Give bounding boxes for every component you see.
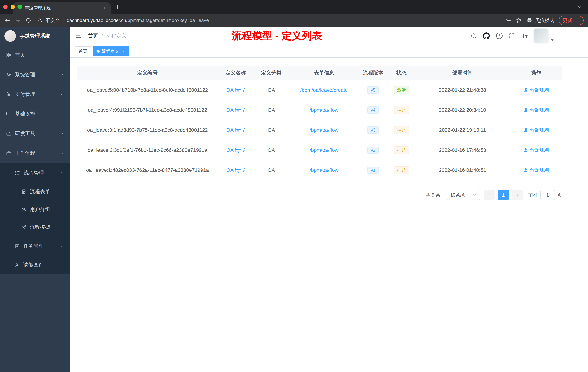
chevron-down-icon [60,72,64,77]
user-avatar-menu[interactable] [534,29,554,43]
sidebar-item-infrastructure[interactable]: 基础设施 [0,104,70,124]
dashboard-icon [6,52,12,58]
assign-rule-link[interactable]: 分配规则 [524,87,549,93]
page-size-select[interactable]: 10条/页 [447,190,480,200]
update-label: 更新 [563,17,572,24]
fullscreen-icon[interactable] [509,33,515,39]
definition-category: OA [253,140,289,160]
assign-rule-link[interactable]: 分配规则 [524,107,549,113]
url-domain: dashboard.yudao.iocoder.cn [67,18,126,23]
definition-name-link[interactable]: OA 请假 [226,87,245,93]
sidebar-item-system[interactable]: 系统管理 [0,65,70,85]
tag-close-icon[interactable] [121,49,126,53]
assign-rule-link[interactable]: 分配规则 [524,127,549,133]
goto-page-input[interactable] [540,190,555,200]
sidebar-item-process-management[interactable]: 流程管理 [0,163,70,183]
form-link[interactable]: /bpm/oa/flow [310,147,338,153]
column-header: 状态 [388,66,415,80]
column-header: 定义名称 [218,66,253,80]
assign-rule-link[interactable]: 分配规则 [524,147,549,153]
sidebar-item-label: 流程模型 [30,224,50,231]
url-text: dashboard.yudao.iocoder.cn/bpm/manager/d… [67,18,209,23]
chrome-update-menu-button[interactable]: 更新 [558,16,584,25]
font-size-icon[interactable] [521,33,528,39]
zoom-window-button[interactable] [18,5,22,9]
chevron-right-icon [515,193,520,197]
form-link[interactable]: /bpm/oa/flow [310,127,338,133]
breadcrumb-home[interactable]: 首页 [88,33,98,39]
form-link[interactable]: /bpm/oa/flow [310,107,338,113]
version-badge: v2 [368,146,378,154]
new-tab-button[interactable] [115,4,120,10]
sidebar-item-label: 基础设施 [15,110,35,117]
table-row: oa_leave:5:004b710b-7b8a-11ec-8ef0-acde4… [77,80,562,100]
definition-name-link[interactable]: OA 请假 [226,107,245,113]
chevron-down-icon [472,193,477,197]
table-row: oa_leave:1:482ec033-762a-11ec-8477-a2380… [77,160,562,180]
prev-page-button[interactable] [484,190,494,200]
chevron-down-icon [60,131,64,136]
sidebar-item-workflow[interactable]: 工作流程 [0,143,70,163]
sidebar-item-devtools[interactable]: 研发工具 [0,124,70,143]
close-window-button[interactable] [3,5,8,9]
definition-name-link[interactable]: OA 请假 [226,127,245,133]
sidebar-item-payment[interactable]: 支付管理 [0,85,70,104]
github-icon[interactable] [483,33,490,39]
definition-category: OA [253,120,289,140]
definition-name-link[interactable]: OA 请假 [226,147,245,153]
assign-rule-link[interactable]: 分配规则 [524,167,549,173]
tag-home[interactable]: 首页 [75,46,91,56]
column-header: 操作 [510,66,562,80]
user-icon [15,262,20,268]
table-header-row: 定义编号 定义名称 定义分类 表单信息 流程版本 状态 部署时间 操作 [77,66,562,80]
browser-toolbar: 不安全 | dashboard.yudao.iocoder.cn/bpm/man… [0,14,588,27]
forward-icon[interactable] [15,17,21,23]
address-bar[interactable]: 不安全 | dashboard.yudao.iocoder.cn/bpm/man… [36,17,501,24]
sidebar-item-home[interactable]: 首页 [0,45,70,65]
chevron-left-icon [487,193,492,197]
password-key-icon[interactable] [505,17,511,23]
table-row: oa_leave:4:991f2193-7b7f-11ec-a3c8-acde4… [77,100,562,120]
sidebar-item-task-management[interactable]: 任务管理 [0,236,70,256]
definition-id: oa_leave:5:004b710b-7b8a-11ec-8ef0-acde4… [77,80,218,100]
chevron-down-icon [60,92,64,97]
form-link[interactable]: /bpm/oa/leave/create [300,87,348,93]
minimize-window-button[interactable] [10,5,15,9]
tag-process-definition[interactable]: 流程定义 [93,46,129,56]
tab-close-icon[interactable] [103,6,107,10]
definition-id: oa_leave:1:482ec033-762a-11ec-8477-a2380… [77,160,218,180]
url-path: /bpm/manager/definition?key=oa_leave [126,18,209,23]
next-page-button[interactable] [512,190,523,200]
hamburger-icon[interactable] [75,33,82,39]
browser-tab[interactable]: 芋道管理系统 [13,2,111,14]
deploy-time: 2022-01-16 01:40:51 [415,160,510,180]
user-icon [524,168,528,172]
column-header: 流程版本 [358,66,388,80]
breadcrumb: 首页 / 流程定义 [88,33,126,39]
app-navbar: 首页 / 流程定义 流程模型 - 定义列表 ? [70,27,588,45]
search-icon[interactable] [471,33,477,39]
tree-list-icon [15,170,20,176]
back-icon[interactable] [4,17,10,23]
yen-icon [6,91,12,97]
reload-icon[interactable] [25,17,31,23]
form-link[interactable]: /bpm/oa/flow [310,167,338,173]
tag-label: 流程定义 [102,48,119,54]
window-controls [3,5,22,9]
bookmark-star-icon[interactable] [516,17,522,23]
sidebar-item-leave-query[interactable]: 请假查询 [0,256,70,274]
user-icon [524,87,528,92]
help-icon[interactable]: ? [496,33,503,39]
sidebar-item-process-model[interactable]: 流程模型 [0,219,70,236]
page-number-button[interactable]: 1 [498,190,509,200]
definition-id: oa_leave:3:1fad3d93-7b75-11ec-a3c8-acde4… [77,120,218,140]
definition-name-link[interactable]: OA 请假 [226,167,245,173]
column-header: 定义分类 [253,66,289,80]
tab-search-chevron-icon[interactable] [577,4,582,10]
sidebar-item-process-form[interactable]: 流程表单 [0,183,70,201]
total-count-label: 共 5 条 [426,192,440,198]
version-badge: v3 [368,127,378,134]
sidebar-item-user-group[interactable]: 用户分组 [0,201,70,219]
sidebar-logo[interactable]: 芋道管理系统 [0,27,70,45]
definition-table: 定义编号 定义名称 定义分类 表单信息 流程版本 状态 部署时间 操作 oa_l [77,66,562,180]
